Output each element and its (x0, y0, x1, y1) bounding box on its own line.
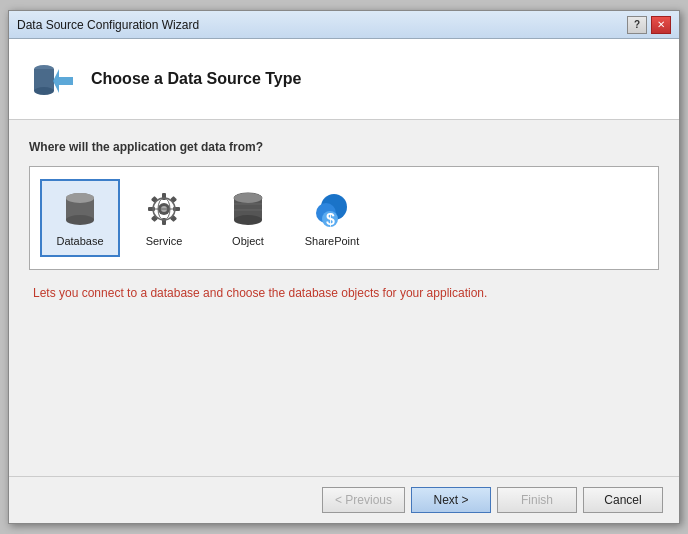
svg-marker-3 (53, 69, 73, 93)
datasource-sharepoint-label: SharePoint (305, 235, 359, 247)
datasource-service-label: Service (146, 235, 183, 247)
previous-button[interactable]: < Previous (322, 487, 405, 513)
svg-rect-15 (170, 196, 177, 203)
sharepoint-icon: $ (312, 189, 352, 229)
description-text: Lets you connect to a database and choos… (33, 286, 487, 300)
svg-rect-10 (162, 193, 166, 200)
svg-rect-14 (151, 196, 158, 203)
wizard-header-icon (29, 55, 77, 103)
svg-point-7 (66, 193, 94, 203)
footer: < Previous Next > Finish Cancel (9, 476, 679, 523)
content-area: Choose a Data Source Type Where will the… (9, 39, 679, 523)
wizard-window: Data Source Configuration Wizard ? ✕ Cho… (8, 10, 680, 524)
header-section: Choose a Data Source Type (9, 39, 679, 120)
svg-point-23 (234, 215, 262, 225)
main-section: Where will the application get data from… (9, 120, 679, 308)
header-title: Choose a Data Source Type (91, 70, 301, 88)
svg-point-2 (34, 87, 54, 95)
svg-rect-11 (162, 218, 166, 225)
database-icon (60, 189, 100, 229)
window-title: Data Source Configuration Wizard (17, 18, 199, 32)
svg-rect-16 (151, 215, 158, 222)
datasource-sharepoint[interactable]: $ SharePoint (292, 179, 372, 257)
svg-point-24 (234, 193, 262, 203)
finish-button[interactable]: Finish (497, 487, 577, 513)
cancel-button[interactable]: Cancel (583, 487, 663, 513)
title-bar: Data Source Configuration Wizard ? ✕ (9, 11, 679, 39)
datasource-panel: Database (29, 166, 659, 270)
svg-text:$: $ (326, 211, 335, 228)
datasource-object[interactable]: Object (208, 179, 288, 257)
datasource-object-label: Object (232, 235, 264, 247)
svg-rect-17 (170, 215, 177, 222)
object-icon (228, 189, 268, 229)
description-area: Lets you connect to a database and choos… (29, 280, 659, 306)
datasource-service[interactable]: Service (124, 179, 204, 257)
svg-point-6 (66, 215, 94, 225)
help-button[interactable]: ? (627, 16, 647, 34)
spacer (9, 308, 679, 476)
title-controls: ? ✕ (627, 16, 671, 34)
datasource-database[interactable]: Database (40, 179, 120, 257)
service-icon (144, 189, 184, 229)
close-button[interactable]: ✕ (651, 16, 671, 34)
datasource-database-label: Database (56, 235, 103, 247)
next-button[interactable]: Next > (411, 487, 491, 513)
question-label: Where will the application get data from… (29, 140, 659, 154)
